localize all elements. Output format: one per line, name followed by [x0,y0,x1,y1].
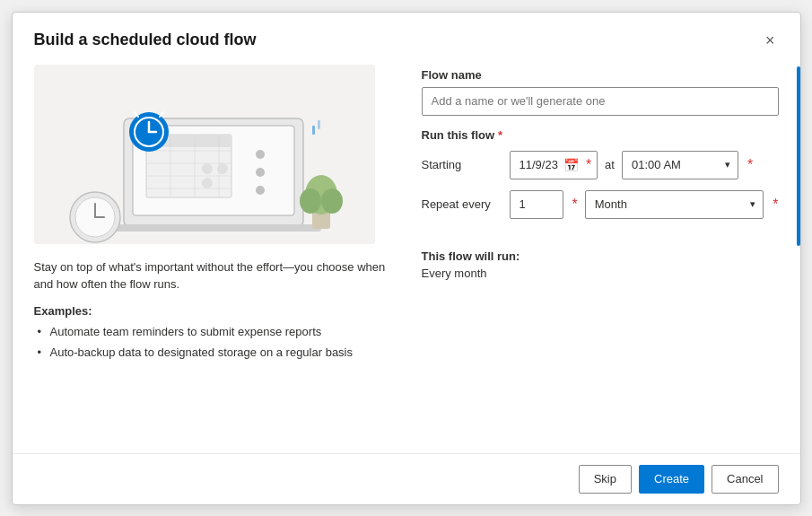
date-input[interactable]: 11/9/23 📅 * [510,151,598,179]
left-panel: Stay on top of what's important without … [34,65,393,453]
repeat-unit-select[interactable]: Minute Hour Day Week Month Year [586,191,764,218]
svg-point-13 [217,163,228,174]
svg-point-22 [300,188,321,214]
flow-name-group: Flow name [422,68,779,116]
flow-name-label: Flow name [422,68,779,82]
description-text: Stay on top of what's important without … [34,258,393,293]
svg-point-32 [256,186,265,195]
required-star-time: * [747,157,753,173]
time-select[interactable]: 01:00 AM 02:00 AM 03:00 AM 12:00 AM [623,152,738,179]
at-label: at [605,158,615,171]
svg-point-14 [202,178,213,188]
svg-rect-15 [106,224,321,232]
cancel-button[interactable]: Cancel [712,465,778,494]
examples-list: Automate team reminders to submit expens… [34,323,393,365]
time-select-wrap[interactable]: 01:00 AM 02:00 AM 03:00 AM 12:00 AM ▾ [622,151,738,179]
dialog-footer: Skip Create Cancel [13,453,800,504]
list-item: Automate team reminders to submit expens… [34,323,393,341]
svg-point-23 [321,188,343,214]
calendar-icon[interactable]: 📅 [563,158,579,172]
illustration [34,65,375,244]
required-star-repeat-num: * [572,197,578,213]
repeat-unit-select-wrap[interactable]: Minute Hour Day Week Month Year ▾ [585,190,764,219]
svg-point-31 [256,168,265,177]
dialog-header: Build a scheduled cloud flow × [13,13,800,65]
list-item: Auto-backup data to designated storage o… [34,344,393,362]
repeat-every-row: Repeat every * Minute Hour Day Week Mont… [422,190,779,219]
flow-will-run-section: This flow will run: Every month [422,249,779,280]
scrollbar[interactable] [797,66,800,246]
run-this-flow-group: Run this flow * Starting 11/9/23 📅 * at … [422,128,779,230]
close-button[interactable]: × [762,29,779,52]
required-star: * [498,128,502,142]
examples-title: Examples: [34,304,393,318]
flow-will-run-title: This flow will run: [422,249,779,263]
run-this-flow-label: Run this flow * [422,128,779,142]
flow-will-run-value: Every month [422,267,779,280]
create-button[interactable]: Create [639,465,704,494]
repeat-every-label: Repeat every [422,197,502,211]
starting-label: Starting [422,158,502,171]
svg-point-30 [256,150,265,159]
dialog-body: Stay on top of what's important without … [13,65,800,453]
svg-rect-33 [312,126,315,135]
repeat-number-input[interactable] [510,190,563,219]
required-star-repeat-unit: * [773,197,778,213]
dialog-title: Build a scheduled cloud flow [34,31,257,49]
date-value: 11/9/23 [520,158,558,171]
svg-rect-34 [318,120,320,129]
flow-name-input[interactable] [422,87,779,116]
skip-button[interactable]: Skip [579,465,632,494]
required-star-date: * [586,157,591,173]
right-panel: Flow name Run this flow * Starting 11/9/… [422,65,779,453]
svg-point-12 [202,163,213,174]
build-scheduled-flow-dialog: Build a scheduled cloud flow × [12,12,801,505]
starting-row: Starting 11/9/23 📅 * at 01:00 AM 02:00 A… [422,151,779,179]
